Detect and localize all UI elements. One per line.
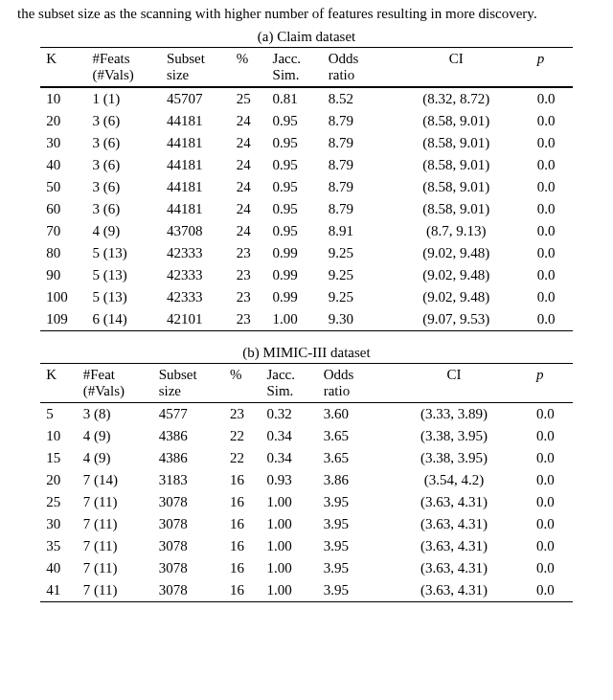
cell-ci: (3.63, 4.31)	[377, 557, 531, 579]
cell-jacc: 1.00	[261, 535, 317, 557]
cell-jacc: 0.95	[267, 132, 323, 154]
cell-jacc: 1.00	[261, 513, 317, 535]
cell-pct: 25	[231, 87, 267, 110]
cell-pct: 23	[231, 242, 267, 264]
cell-subset: 4577	[153, 403, 224, 426]
cell-odds: 3.60	[318, 403, 377, 426]
cell-odds: 3.95	[318, 513, 377, 535]
table-a-caption: (a) Claim dataset	[17, 29, 596, 45]
cell-pct: 24	[231, 110, 267, 132]
cell-k: 60	[40, 198, 86, 220]
cell-subset: 44181	[161, 198, 231, 220]
table-row: 207 (14)3183160.933.86(3.54, 4.2)0.0	[40, 469, 573, 491]
cell-subset: 3078	[153, 557, 224, 579]
cell-pct: 16	[224, 469, 261, 491]
cell-pct: 23	[231, 286, 267, 308]
cell-jacc: 0.32	[261, 403, 317, 426]
cell-jacc: 0.34	[261, 425, 317, 447]
cell-k: 20	[40, 110, 86, 132]
cell-pct: 24	[231, 154, 267, 176]
cell-jacc: 0.99	[267, 264, 323, 286]
cell-pct: 16	[224, 513, 261, 535]
cell-feats: 7 (11)	[78, 579, 153, 601]
cell-subset: 3078	[153, 513, 224, 535]
cell-jacc: 0.99	[267, 286, 323, 308]
cell-subset: 45707	[161, 87, 231, 110]
cell-p: 0.0	[531, 447, 573, 469]
col-p: p	[531, 364, 573, 403]
cell-subset: 4386	[153, 425, 224, 447]
cell-p: 0.0	[531, 425, 573, 447]
cell-ci: (8.58, 9.01)	[381, 154, 532, 176]
cell-p: 0.0	[532, 264, 573, 286]
cell-p: 0.0	[532, 220, 573, 242]
table-b-caption: (b) MIMIC-III dataset	[17, 345, 596, 361]
cell-jacc: 0.34	[261, 447, 317, 469]
cell-p: 0.0	[531, 491, 573, 513]
col-subset: Subsetsize	[153, 364, 224, 403]
cell-ci: (9.02, 9.48)	[381, 286, 532, 308]
cell-feats: 3 (6)	[86, 176, 160, 198]
cell-feats: 5 (13)	[86, 286, 160, 308]
cell-feats: 7 (14)	[78, 469, 153, 491]
table-row: 503 (6)44181240.958.79(8.58, 9.01)0.0	[40, 176, 573, 198]
cell-feats: 7 (11)	[78, 535, 153, 557]
cell-odds: 8.79	[323, 176, 381, 198]
cell-ci: (9.02, 9.48)	[381, 242, 532, 264]
cell-pct: 24	[231, 220, 267, 242]
table-row: 104 (9)4386220.343.65(3.38, 3.95)0.0	[40, 425, 573, 447]
table-row: 805 (13)42333230.999.25(9.02, 9.48)0.0	[40, 242, 573, 264]
cell-feats: 3 (8)	[78, 403, 153, 426]
cell-subset: 3078	[153, 579, 224, 601]
cell-feats: 3 (6)	[86, 198, 160, 220]
cell-p: 0.0	[531, 579, 573, 601]
cell-ci: (3.63, 4.31)	[377, 491, 531, 513]
cell-p: 0.0	[532, 132, 573, 154]
col-odds: Oddsratio	[323, 48, 381, 87]
cell-k: 70	[40, 220, 86, 242]
cell-jacc: 0.95	[267, 198, 323, 220]
table-row: 257 (11)3078161.003.95(3.63, 4.31)0.0	[40, 491, 573, 513]
cell-ci: (3.38, 3.95)	[377, 447, 531, 469]
table-row: 53 (8)4577230.323.60(3.33, 3.89)0.0	[40, 403, 573, 426]
cell-ci: (9.02, 9.48)	[381, 264, 532, 286]
cell-ci: (3.63, 4.31)	[377, 579, 531, 601]
cell-p: 0.0	[532, 110, 573, 132]
table-row: 403 (6)44181240.958.79(8.58, 9.01)0.0	[40, 154, 573, 176]
cell-p: 0.0	[531, 403, 573, 426]
col-p: p	[532, 48, 573, 87]
cell-odds: 9.25	[323, 264, 381, 286]
cell-feats: 7 (11)	[78, 491, 153, 513]
col-k: K	[40, 364, 78, 403]
cell-odds: 3.65	[318, 425, 377, 447]
table-row: 905 (13)42333230.999.25(9.02, 9.48)0.0	[40, 264, 573, 286]
cell-ci: (3.54, 4.2)	[377, 469, 531, 491]
cell-feats: 4 (9)	[86, 220, 160, 242]
cell-feats: 3 (6)	[86, 154, 160, 176]
cell-subset: 3183	[153, 469, 224, 491]
cell-subset: 43708	[161, 220, 231, 242]
col-pct: %	[224, 364, 261, 403]
col-odds: Oddsratio	[318, 364, 377, 403]
cell-ci: (8.58, 9.01)	[381, 110, 532, 132]
cell-p: 0.0	[531, 469, 573, 491]
cell-odds: 3.95	[318, 491, 377, 513]
cell-jacc: 0.95	[267, 176, 323, 198]
cell-feats: 6 (14)	[86, 308, 160, 330]
cell-odds: 8.79	[323, 110, 381, 132]
cell-jacc: 0.95	[267, 110, 323, 132]
table-row: 101 (1)45707250.818.52(8.32, 8.72)0.0	[40, 87, 573, 110]
cell-jacc: 0.95	[267, 220, 323, 242]
cell-ci: (3.33, 3.89)	[377, 403, 531, 426]
cell-k: 100	[40, 286, 86, 308]
cell-feats: 4 (9)	[78, 425, 153, 447]
cell-pct: 16	[224, 579, 261, 601]
cell-feats: 4 (9)	[78, 447, 153, 469]
cell-subset: 42101	[161, 308, 231, 330]
cell-jacc: 0.95	[267, 154, 323, 176]
cell-odds: 8.79	[323, 198, 381, 220]
cell-ci: (8.58, 9.01)	[381, 198, 532, 220]
cell-k: 50	[40, 176, 86, 198]
cell-p: 0.0	[531, 535, 573, 557]
table-row: 303 (6)44181240.958.79(8.58, 9.01)0.0	[40, 132, 573, 154]
